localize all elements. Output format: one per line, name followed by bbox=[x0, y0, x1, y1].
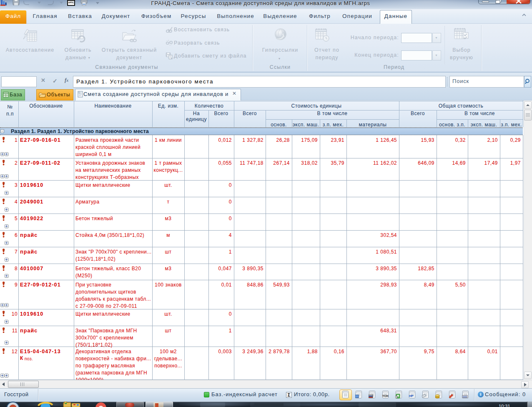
svg-text:НР: НР bbox=[409, 394, 414, 398]
svg-text:ТСН: ТСН bbox=[382, 394, 388, 397]
